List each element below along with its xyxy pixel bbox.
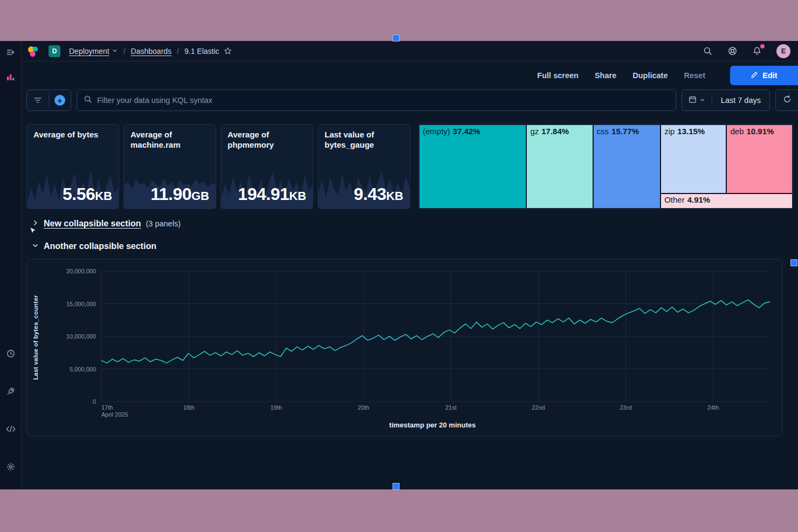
full-screen-button[interactable]: Full screen bbox=[537, 71, 579, 80]
x-axis-title: timestamp per 20 minutes bbox=[99, 421, 766, 429]
selection-handle-top[interactable] bbox=[393, 34, 400, 42]
edit-button-label: Edit bbox=[762, 71, 777, 80]
time-range-button[interactable]: Last 7 days bbox=[712, 96, 769, 105]
nav-expand-button[interactable] bbox=[5, 47, 16, 58]
plus-icon: + bbox=[58, 96, 63, 105]
metric-panel-avg-bytes: Average of bytes 5.56KB bbox=[26, 124, 119, 209]
treemap-tile-css[interactable]: css15.77% bbox=[594, 125, 661, 208]
chevron-down-icon bbox=[112, 47, 118, 56]
metric-title: Average of bytes bbox=[33, 130, 112, 140]
metric-number: 5.56 bbox=[63, 184, 95, 204]
section-new-collapsible[interactable]: New collapsible section (3 panels) bbox=[32, 219, 181, 229]
main-column: D Deployment / Dashboards / 9.1 Elastic bbox=[22, 41, 798, 489]
tile-percent: 15.77% bbox=[611, 127, 639, 136]
tile-percent: 10.91% bbox=[747, 127, 774, 136]
divider bbox=[49, 94, 49, 106]
svg-text:17th: 17th bbox=[101, 404, 113, 411]
breadcrumb-deployment[interactable]: Deployment bbox=[69, 47, 118, 56]
pencil-icon bbox=[751, 71, 758, 80]
tile-label: (empty) bbox=[423, 127, 450, 136]
treemap-tile-empty[interactable]: (empty)37.42% bbox=[419, 125, 526, 208]
breadcrumb-deployment-label: Deployment bbox=[69, 47, 109, 56]
search-button[interactable] bbox=[702, 46, 713, 57]
recents-button[interactable] bbox=[5, 348, 16, 359]
section-another-collapsible[interactable]: Another collapsible section bbox=[32, 241, 156, 251]
left-nav-rail bbox=[0, 41, 22, 489]
tile-label: zip bbox=[664, 127, 675, 136]
edit-button[interactable]: Edit bbox=[730, 66, 798, 85]
search-icon bbox=[84, 95, 92, 106]
kql-search-box bbox=[77, 89, 676, 111]
breadcrumb-separator: / bbox=[123, 47, 126, 56]
calendar-button[interactable] bbox=[682, 90, 712, 110]
treemap-right-row: zip13.15% deb10.91% bbox=[661, 125, 792, 193]
code-icon bbox=[6, 425, 16, 433]
elastic-logo[interactable] bbox=[27, 45, 39, 57]
notification-dot bbox=[760, 44, 765, 49]
treemap-tile-gz[interactable]: gz17.84% bbox=[527, 125, 592, 208]
metric-value: 9.43KB bbox=[354, 184, 403, 204]
filter-icon bbox=[33, 96, 42, 104]
notifications-button[interactable] bbox=[752, 46, 762, 57]
help-icon bbox=[728, 46, 737, 56]
filter-menu-button[interactable] bbox=[32, 95, 43, 106]
metric-panel-avg-phpmemory: Average of phpmemory 194.91KB bbox=[221, 124, 313, 209]
metric-number: 11.90 bbox=[150, 184, 191, 204]
metrics-row: Average of bytes 5.56KB Average of machi… bbox=[26, 124, 793, 209]
help-button[interactable] bbox=[727, 46, 738, 57]
section-title: Another collapsible section bbox=[44, 241, 156, 251]
bytes-counter-chart-panel[interactable]: Last value of bytes_counter 05,000,00010… bbox=[26, 259, 782, 437]
metric-unit: KB bbox=[386, 189, 403, 203]
integrations-button[interactable] bbox=[5, 386, 16, 397]
tile-percent: 17.84% bbox=[541, 127, 569, 136]
dashboards-app-button[interactable] bbox=[5, 72, 16, 82]
rail-bottom-group bbox=[5, 348, 16, 486]
metric-title: Average of phpmemory bbox=[228, 130, 306, 150]
deployment-badge[interactable]: D bbox=[49, 45, 60, 57]
metric-unit: GB bbox=[191, 189, 209, 203]
metric-value: 11.90GB bbox=[150, 184, 209, 204]
svg-text:23rd: 23rd bbox=[620, 404, 631, 411]
tile-percent: 13.15% bbox=[677, 127, 705, 136]
svg-text:April 2025: April 2025 bbox=[101, 411, 128, 418]
add-filter-button[interactable]: + bbox=[54, 95, 65, 106]
reset-button[interactable]: Reset bbox=[684, 71, 706, 80]
selection-handle-bottom[interactable] bbox=[393, 483, 400, 490]
metric-unit: KB bbox=[95, 189, 112, 203]
breadcrumb-dashboards[interactable]: Dashboards bbox=[131, 47, 172, 56]
duplicate-button[interactable]: Duplicate bbox=[632, 71, 668, 80]
clock-icon bbox=[6, 349, 15, 358]
favorite-button[interactable] bbox=[223, 46, 233, 57]
svg-text:0: 0 bbox=[93, 398, 96, 405]
svg-text:22nd: 22nd bbox=[532, 404, 545, 411]
gear-icon bbox=[6, 462, 15, 471]
share-button[interactable]: Share bbox=[595, 71, 616, 80]
treemap-panel: (empty)37.42% gz17.84% css15.77% zip13.1… bbox=[418, 124, 793, 209]
svg-text:15,000,000: 15,000,000 bbox=[66, 301, 96, 307]
metric-panel-last-bytes-gauge: Last value of bytes_gauge 9.43KB bbox=[318, 124, 410, 209]
dashboard-toolbar: Full screen Share Duplicate Reset Edit bbox=[22, 61, 798, 89]
svg-text:18th: 18th bbox=[183, 404, 194, 411]
management-button[interactable] bbox=[5, 461, 16, 472]
user-avatar[interactable]: E bbox=[776, 44, 790, 58]
dev-tools-button[interactable] bbox=[5, 424, 16, 434]
line-chart[interactable]: 05,000,00010,000,00015,000,00020,000,000… bbox=[45, 265, 774, 418]
kql-search-input[interactable] bbox=[97, 96, 669, 105]
dashboards-app-icon bbox=[6, 73, 15, 81]
nav-expand-icon bbox=[6, 48, 15, 57]
treemap-tile-deb[interactable]: deb10.91% bbox=[727, 125, 792, 193]
kibana-app: D Deployment / Dashboards / 9.1 Elastic bbox=[0, 41, 798, 489]
metric-number: 9.43 bbox=[354, 184, 386, 204]
tile-percent: 4.91% bbox=[687, 195, 711, 204]
svg-text:21st: 21st bbox=[445, 404, 457, 411]
svg-text:24th: 24th bbox=[707, 404, 719, 411]
treemap-tile-other[interactable]: Other4.91% bbox=[661, 194, 792, 208]
treemap-tile-zip[interactable]: zip13.15% bbox=[661, 125, 726, 193]
rocket-icon bbox=[6, 387, 15, 396]
refresh-button[interactable] bbox=[775, 89, 798, 111]
chevron-down-icon bbox=[699, 96, 705, 105]
tile-label: deb bbox=[730, 127, 744, 136]
topnav-right-group: E bbox=[702, 44, 790, 58]
refresh-icon bbox=[783, 95, 792, 106]
selection-handle-right[interactable] bbox=[790, 259, 797, 266]
